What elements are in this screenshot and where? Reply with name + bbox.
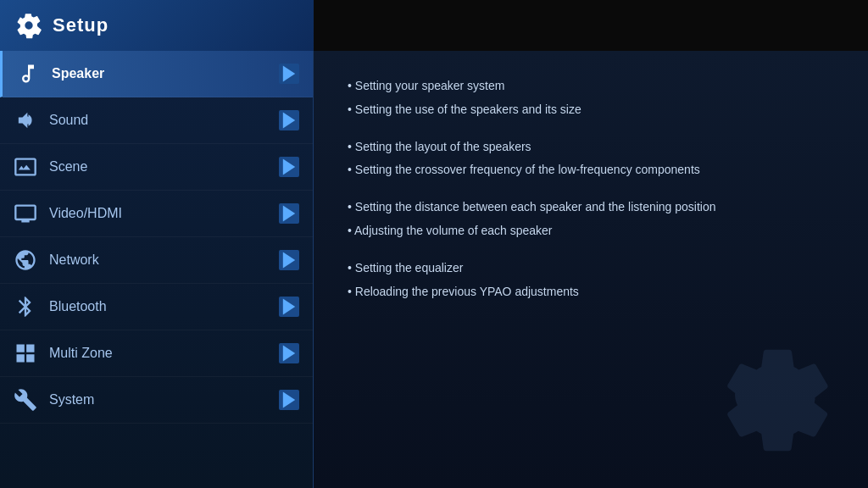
sidebar-item-speaker-label: Speaker	[52, 66, 279, 81]
gear-watermark	[682, 319, 834, 471]
content-line-2: • Setting the use of the speakers and it…	[348, 100, 834, 120]
sidebar-item-video-hdmi[interactable]: Video/HDMI	[0, 191, 313, 237]
sidebar-item-sound[interactable]: Sound	[0, 97, 313, 144]
svg-marker-5	[283, 298, 295, 314]
sidebar-item-bluetooth-arrow	[279, 297, 299, 317]
sidebar-item-network[interactable]: Network	[0, 237, 313, 284]
speaker-icon	[16, 62, 40, 86]
sidebar-item-system-label: System	[49, 392, 279, 408]
svg-marker-3	[283, 205, 295, 221]
sidebar-item-multi-zone-label: Multi Zone	[49, 346, 279, 361]
sidebar-item-scene-label: Scene	[49, 159, 279, 175]
svg-marker-2	[283, 158, 295, 175]
network-icon	[14, 248, 37, 272]
sound-icon	[14, 108, 37, 132]
sidebar-item-network-label: Network	[49, 252, 279, 268]
sidebar-item-scene-arrow	[279, 157, 299, 177]
system-icon	[14, 388, 37, 412]
bluetooth-icon	[14, 295, 37, 319]
sidebar-item-video-hdmi-label: Video/HDMI	[49, 206, 279, 221]
content-group-3: • Setting the distance between each spea…	[348, 197, 834, 241]
sidebar-item-sound-arrow	[279, 110, 299, 130]
content-line-5: • Setting the distance between each spea…	[348, 197, 834, 218]
content-group-2: • Setting the layout of the speakers • S…	[348, 137, 834, 181]
sidebar-item-bluetooth[interactable]: Bluetooth	[0, 284, 313, 330]
header: Setup	[0, 0, 314, 51]
sidebar-item-bluetooth-label: Bluetooth	[49, 299, 279, 314]
video-hdmi-icon	[14, 202, 37, 225]
svg-marker-1	[283, 112, 295, 128]
sidebar-item-speaker-arrow	[279, 64, 299, 84]
content-line-8: • Reloading the previous YPAO adjustment…	[348, 282, 834, 302]
sidebar-item-network-arrow	[279, 250, 299, 270]
scene-icon	[14, 155, 37, 179]
content-group-1: • Setting your speaker system • Setting …	[348, 76, 834, 120]
sidebar-item-multi-zone-arrow	[279, 343, 299, 363]
sidebar-item-video-hdmi-arrow	[279, 203, 299, 224]
sidebar: Speaker Sound Scene	[0, 51, 314, 488]
sidebar-item-multi-zone[interactable]: Multi Zone	[0, 330, 313, 377]
content-line-1: • Setting your speaker system	[348, 76, 834, 97]
sidebar-item-scene[interactable]: Scene	[0, 144, 313, 191]
content-group-4: • Setting the equalizer • Reloading the …	[348, 258, 834, 302]
sidebar-item-sound-label: Sound	[49, 113, 279, 128]
content-line-7: • Setting the equalizer	[348, 258, 834, 279]
svg-marker-7	[283, 391, 295, 408]
sidebar-item-system-arrow	[279, 390, 299, 410]
sidebar-item-speaker[interactable]: Speaker	[0, 51, 313, 97]
content-line-3: • Setting the layout of the speakers	[348, 137, 834, 158]
setup-icon	[15, 12, 42, 39]
multi-zone-icon	[14, 341, 37, 365]
header-title: Setup	[53, 14, 108, 36]
main-content: • Setting your speaker system • Setting …	[314, 51, 868, 488]
svg-marker-6	[283, 345, 295, 361]
svg-marker-4	[283, 252, 295, 268]
sidebar-item-system[interactable]: System	[0, 377, 313, 424]
content-line-6: • Adjusting the volume of each speaker	[348, 221, 834, 241]
svg-marker-0	[283, 65, 295, 81]
content-line-4: • Setting the crossover frequency of the…	[348, 160, 834, 180]
